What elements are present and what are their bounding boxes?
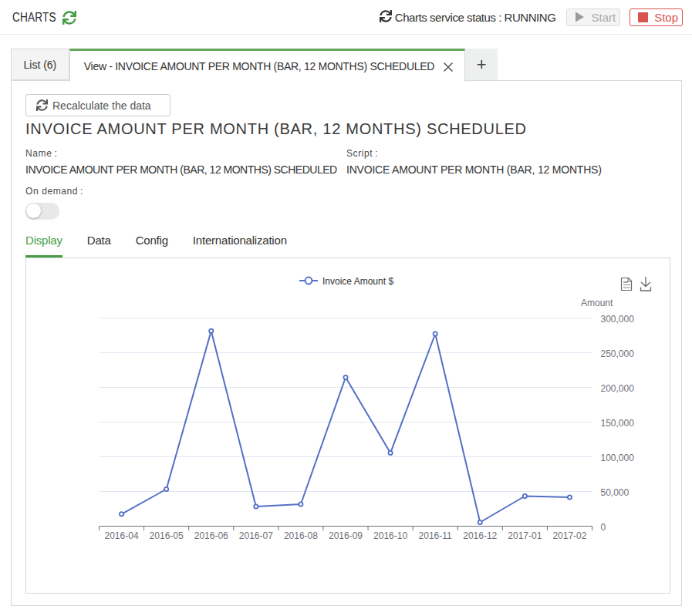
svg-text:2017-01: 2017-01	[508, 530, 542, 541]
svg-text:Amount: Amount	[581, 298, 613, 308]
svg-text:2016-12: 2016-12	[463, 530, 497, 541]
svg-text:2016-10: 2016-10	[373, 530, 407, 541]
svg-text:2016-09: 2016-09	[329, 530, 363, 541]
svg-text:200,000: 200,000	[601, 383, 635, 394]
svg-text:250,000: 250,000	[601, 348, 635, 359]
svg-text:Invoice Amount $: Invoice Amount $	[322, 276, 393, 287]
svg-text:100,000: 100,000	[601, 453, 635, 463]
svg-text:2017-02: 2017-02	[552, 530, 586, 541]
svg-text:2016-07: 2016-07	[239, 530, 273, 541]
svg-text:300,000: 300,000	[601, 314, 635, 325]
svg-text:2016-05: 2016-05	[150, 530, 184, 541]
svg-text:2016-11: 2016-11	[419, 530, 452, 541]
svg-text:2016-06: 2016-06	[194, 530, 228, 541]
svg-text:2016-04: 2016-04	[105, 530, 139, 541]
svg-text:2016-08: 2016-08	[284, 530, 318, 541]
svg-text:150,000: 150,000	[601, 418, 635, 429]
svg-text:50,000: 50,000	[601, 487, 630, 498]
svg-text:0: 0	[601, 522, 606, 533]
